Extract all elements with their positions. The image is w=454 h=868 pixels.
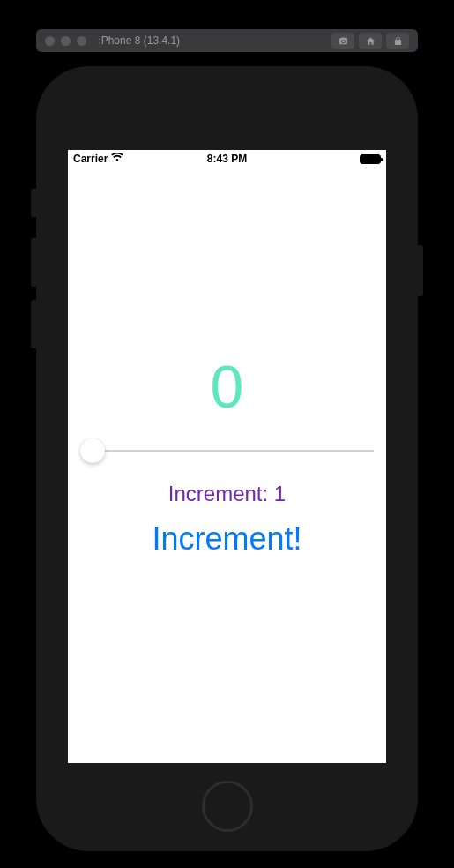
home-button-sim[interactable] [359,33,382,49]
phone-frame: Carrier 8:43 PM 0 Increment: 1 Increment… [36,66,418,851]
minimize-window-button[interactable] [61,36,71,46]
increment-button[interactable]: Increment! [152,520,301,557]
screenshot-button[interactable] [331,33,354,49]
rotate-button[interactable] [386,33,409,49]
counter-value: 0 [211,356,244,416]
camera-icon [339,36,348,46]
slider-thumb[interactable] [80,438,105,463]
slider-track [80,450,374,452]
traffic-lights [45,36,86,46]
phone-screen: Carrier 8:43 PM 0 Increment: 1 Increment… [68,150,386,763]
home-button[interactable] [202,781,253,832]
increment-label: Increment: 1 [168,482,286,506]
simulator-device-label: iPhone 8 (13.4.1) [99,34,326,47]
power-button[interactable] [418,245,423,296]
app-content: 0 Increment: 1 Increment! [68,150,386,763]
home-icon [366,36,376,46]
simulator-toolbar [331,33,409,49]
lock-icon [393,36,403,46]
maximize-window-button[interactable] [77,36,86,46]
simulator-title-bar: iPhone 8 (13.4.1) [36,29,418,52]
close-window-button[interactable] [45,36,55,46]
increment-slider[interactable] [68,438,386,464]
